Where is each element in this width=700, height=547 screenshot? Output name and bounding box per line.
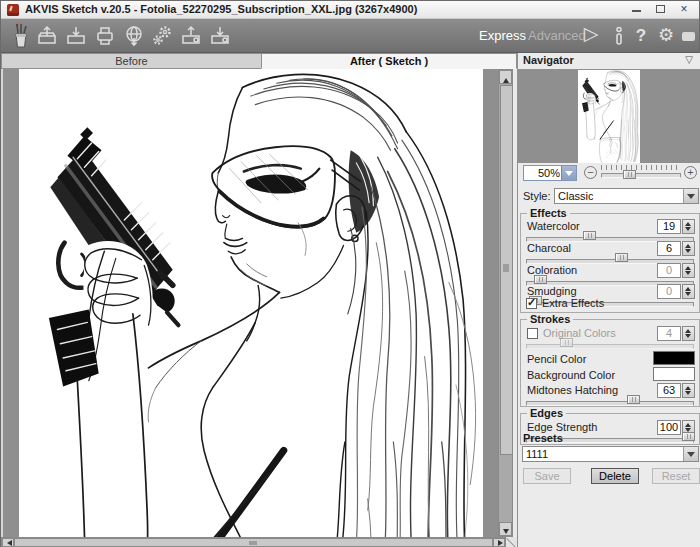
- charcoal-spinbox[interactable]: 6: [657, 241, 695, 256]
- navigator-artwork: [578, 70, 640, 163]
- save-image-icon[interactable]: [64, 24, 88, 48]
- navigator-preview-area: [518, 69, 700, 163]
- scroll-down-button[interactable]: [499, 522, 512, 536]
- horizontal-scroll-thumb[interactable]: [14, 538, 493, 547]
- original-colors-spin-buttons: [682, 326, 695, 341]
- sketch-result-image[interactable]: [19, 69, 483, 537]
- extra-effects-checkbox-row[interactable]: ✓ Extra Effects: [526, 297, 696, 311]
- minimize-button[interactable]: [625, 2, 647, 17]
- tab-before[interactable]: Before: [1, 53, 262, 69]
- coloration-spin-buttons[interactable]: [682, 263, 695, 278]
- zoom-controls: 50% − +: [518, 163, 700, 185]
- preset-reset-button: Reset: [652, 468, 700, 484]
- akvis-logo-icon: [7, 22, 35, 50]
- pencil-color-swatch[interactable]: [653, 351, 695, 365]
- coloration-slider-handle[interactable]: [534, 275, 547, 284]
- about-icon[interactable]: [607, 24, 631, 48]
- extra-effects-checkbox[interactable]: ✓: [526, 298, 537, 309]
- vertical-scroll-thumb[interactable]: [500, 85, 513, 455]
- style-select[interactable]: Classic: [554, 188, 699, 204]
- strokes-legend: Strokes: [527, 313, 573, 325]
- charcoal-slider-handle[interactable]: [615, 253, 628, 262]
- zoom-slider-groove: [601, 173, 681, 178]
- style-row: Style: Classic: [518, 187, 700, 207]
- original-colors-slider-handle: [560, 338, 573, 347]
- background-color-swatch[interactable]: [653, 367, 695, 381]
- zoom-value: 50%: [527, 167, 560, 180]
- style-dropdown-icon[interactable]: [683, 189, 698, 203]
- sketch-artwork: [19, 69, 483, 537]
- panel-toggle-icon[interactable]: [682, 32, 695, 41]
- scroll-left-button[interactable]: [2, 538, 14, 547]
- midtones-hatching-label: Midtones Hatching: [527, 384, 618, 396]
- maximize-button[interactable]: [649, 2, 671, 17]
- tab-after-sketch[interactable]: After ( Sketch ): [261, 53, 517, 69]
- zoom-slider-ticks: [601, 165, 681, 170]
- resize-grip: [506, 537, 517, 547]
- presets-dropdown-icon[interactable]: [683, 447, 698, 461]
- preset-delete-button[interactable]: Delete: [591, 468, 639, 484]
- zoom-out-button[interactable]: −: [584, 166, 597, 179]
- style-label: Style:: [523, 190, 551, 202]
- zoom-slider[interactable]: [601, 163, 681, 183]
- charcoal-spin-buttons[interactable]: [682, 241, 695, 256]
- edges-legend: Edges: [527, 407, 566, 419]
- original-colors-checkbox[interactable]: [527, 328, 538, 339]
- watercolor-spinbox[interactable]: 19: [657, 219, 695, 234]
- zoom-in-button[interactable]: +: [684, 166, 697, 179]
- navigator-thumbnail[interactable]: [578, 70, 640, 163]
- batch-processing-icon[interactable]: [150, 24, 174, 48]
- effects-legend: Effects: [527, 207, 570, 219]
- presets-select[interactable]: 1111: [522, 446, 699, 462]
- export-presets-icon[interactable]: [208, 24, 232, 48]
- original-colors-slider: [526, 342, 694, 351]
- vertical-scrollbar[interactable]: [498, 69, 513, 537]
- horizontal-scrollbar[interactable]: [1, 537, 506, 547]
- help-icon[interactable]: ?: [633, 26, 649, 46]
- print-icon[interactable]: [93, 24, 117, 48]
- settings-panel: Navigator ▽ 50% − + Style:: [517, 53, 700, 547]
- scroll-up-button[interactable]: [499, 70, 512, 84]
- original-colors-label: Original Colors: [543, 327, 616, 339]
- title-bar: AKVIS Sketch v.20.5 - Fotolia_52270295_S…: [1, 1, 699, 19]
- original-colors-spinbox: 4: [657, 326, 695, 341]
- presets-title: Presets: [523, 432, 563, 444]
- watercolor-slider-handle[interactable]: [583, 231, 596, 240]
- midtones-hatching-spinbox[interactable]: 63: [657, 383, 695, 398]
- app-logo-icon: [7, 4, 19, 16]
- watercolor-spin-buttons[interactable]: [682, 219, 695, 234]
- zoom-select[interactable]: 50%: [523, 165, 577, 181]
- coloration-spinbox[interactable]: 0: [657, 263, 695, 278]
- background-color-label: Background Color: [527, 369, 615, 381]
- import-presets-icon[interactable]: [179, 24, 203, 48]
- navigator-title: Navigator: [523, 54, 574, 66]
- view-tabs: Before After ( Sketch ): [1, 53, 517, 69]
- zoom-slider-handle[interactable]: [623, 170, 636, 179]
- run-icon[interactable]: ▷: [581, 24, 601, 44]
- preset-save-button: Save: [523, 468, 571, 484]
- zoom-dropdown-icon[interactable]: [561, 166, 576, 180]
- style-value: Classic: [558, 190, 682, 203]
- canvas-area: Before After ( Sketch ): [1, 53, 517, 547]
- preferences-icon[interactable]: ⚙: [657, 25, 675, 45]
- midtones-slider-handle[interactable]: [627, 395, 640, 404]
- window-title: AKVIS Sketch v.20.5 - Fotolia_52270295_S…: [25, 3, 417, 15]
- close-button[interactable]: ×: [673, 2, 695, 17]
- advanced-mode-button[interactable]: Advanced: [528, 28, 586, 43]
- image-viewport[interactable]: [1, 69, 498, 537]
- watercolor-label: Watercolor: [527, 220, 580, 232]
- charcoal-label: Charcoal: [527, 242, 571, 254]
- app-window: AKVIS Sketch v.20.5 - Fotolia_52270295_S…: [0, 0, 700, 547]
- navigator-collapse-icon[interactable]: ▽: [685, 54, 693, 65]
- presets-value: 1111: [526, 448, 682, 461]
- strokes-group: Strokes Original Colors 4 Pencil Color B…: [520, 319, 700, 407]
- express-mode-button[interactable]: Express: [479, 28, 526, 43]
- share-image-icon[interactable]: [122, 24, 146, 48]
- open-image-icon[interactable]: [35, 24, 59, 48]
- main-toolbar: Express Advanced ▷ ? ⚙: [1, 19, 699, 53]
- scroll-right-button[interactable]: [493, 538, 505, 547]
- edge-strength-slider-handle[interactable]: [682, 432, 695, 441]
- extra-effects-label: Extra Effects: [542, 297, 604, 309]
- original-colors-checkbox-row[interactable]: Original Colors: [527, 327, 647, 340]
- midtones-spin-buttons[interactable]: [682, 383, 695, 398]
